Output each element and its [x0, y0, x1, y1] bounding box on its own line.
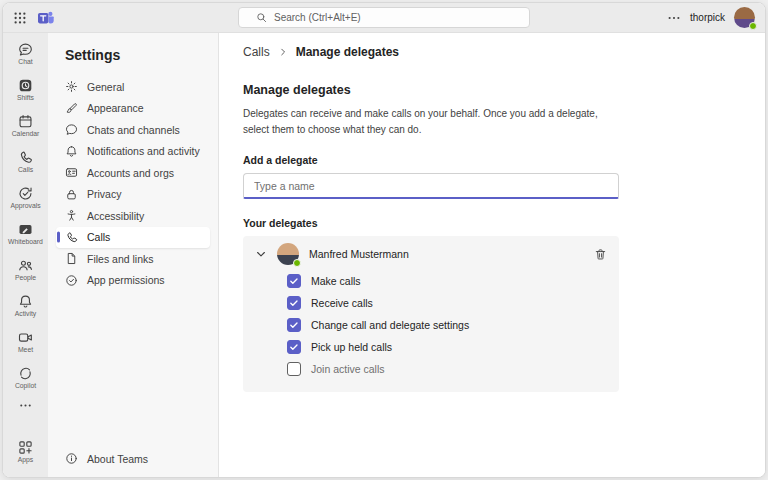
permission-row: Join active calls: [243, 358, 619, 380]
people-icon: [18, 258, 33, 273]
rail-item-calendar[interactable]: Calendar: [3, 108, 48, 144]
teams-window: Search (Ctrl+Alt+E) thorpick Chat Shifts: [2, 2, 766, 478]
phone-icon: [65, 231, 78, 244]
rail-item-approvals[interactable]: Approvals: [3, 180, 48, 216]
chat-icon: [18, 42, 33, 57]
sidebar-item-accounts[interactable]: Accounts and orgs: [56, 162, 210, 183]
topbar-left: [13, 9, 55, 27]
rail-item-apps[interactable]: Apps: [3, 434, 48, 470]
sidebar-item-chats-and-channels[interactable]: Chats and channels: [56, 119, 210, 140]
calls-icon: [18, 150, 33, 165]
delegate-expander[interactable]: Manfred Mustermann: [243, 238, 619, 270]
more-options-button[interactable]: [667, 11, 681, 25]
trash-icon: [594, 248, 607, 261]
shifts-icon: [18, 78, 33, 93]
sidebar-item-accessibility[interactable]: Accessibility: [56, 205, 210, 226]
rail-item-shifts[interactable]: Shifts: [3, 72, 48, 108]
checkbox-join-active-calls[interactable]: [287, 362, 301, 376]
waffle-icon: [13, 11, 27, 25]
paintbrush-icon: [65, 102, 78, 115]
app-permissions-icon: [65, 274, 78, 287]
breadcrumb-current: Manage delegates: [296, 45, 399, 59]
check-icon: [289, 320, 299, 330]
check-icon: [289, 342, 299, 352]
topbar: Search (Ctrl+Alt+E) thorpick: [3, 3, 765, 33]
rail-more-button[interactable]: [3, 396, 48, 414]
sidebar-item-appearance[interactable]: Appearance: [56, 98, 210, 119]
add-delegate-label: Add a delegate: [243, 154, 619, 166]
chevron-down-icon[interactable]: [255, 248, 267, 260]
activity-bell-icon: [18, 294, 33, 309]
rail-item-chat[interactable]: Chat: [3, 36, 48, 72]
approvals-icon: [18, 186, 33, 201]
permission-row: Change call and delegate settings: [243, 314, 619, 336]
page-title: Manage delegates: [243, 83, 619, 97]
more-apps-icon: [18, 398, 33, 413]
username: thorpick: [690, 12, 725, 23]
rail-item-people[interactable]: People: [3, 252, 48, 288]
calendar-icon: [18, 114, 33, 129]
search-input[interactable]: Search (Ctrl+Alt+E): [238, 7, 530, 28]
chevron-right-icon: [278, 47, 288, 57]
meet-camera-icon: [18, 330, 33, 345]
chat-bubble-icon: [65, 123, 78, 136]
search-icon: [256, 12, 267, 23]
delegate-name: Manfred Mustermann: [309, 248, 409, 260]
accessibility-icon: [65, 209, 78, 222]
document-icon: [65, 252, 78, 265]
sidebar-item-calls[interactable]: Calls: [56, 227, 210, 248]
delegate-card: Manfred Mustermann Make calls: [243, 236, 619, 392]
your-delegates-label: Your delegates: [243, 217, 619, 229]
breadcrumb-calls-link[interactable]: Calls: [243, 45, 270, 59]
settings-main-panel: Calls Manage delegates Manage delegates …: [219, 33, 765, 477]
rail-item-whiteboard[interactable]: Whiteboard: [3, 216, 48, 252]
search-placeholder: Search (Ctrl+Alt+E): [274, 12, 361, 23]
delegate-avatar: [277, 243, 299, 265]
check-icon: [289, 298, 299, 308]
id-card-icon: [65, 166, 78, 179]
checkbox-pick-up-held-calls[interactable]: [287, 340, 301, 354]
sidebar-item-general[interactable]: General: [56, 76, 210, 97]
page-description: Delegates can receive and make calls on …: [243, 106, 619, 138]
lock-icon: [65, 188, 78, 201]
waffle-menu-button[interactable]: [13, 11, 27, 25]
checkbox-receive-calls[interactable]: [287, 296, 301, 310]
permission-row: Make calls: [243, 270, 619, 292]
ellipsis-icon: [667, 11, 681, 25]
checkbox-change-call-settings[interactable]: [287, 318, 301, 332]
breadcrumb: Calls Manage delegates: [219, 33, 765, 71]
about-teams-button[interactable]: About Teams: [56, 452, 210, 465]
info-icon: [65, 452, 78, 465]
delegate-presence-indicator: [293, 259, 301, 267]
gear-icon: [65, 80, 78, 93]
delegate-search-input[interactable]: [243, 173, 619, 199]
check-icon: [289, 276, 299, 286]
topbar-right: thorpick: [667, 7, 755, 28]
rail-item-calls[interactable]: Calls: [3, 144, 48, 180]
sidebar-item-files-and-links[interactable]: Files and links: [56, 248, 210, 269]
bell-icon: [65, 145, 78, 158]
teams-logo-icon: [37, 9, 55, 27]
settings-sidebar: Settings General Appearance Chats and ch…: [48, 33, 219, 477]
sidebar-item-notifications[interactable]: Notifications and activity: [56, 141, 210, 162]
copilot-icon: [18, 366, 33, 381]
manage-delegates-content: Manage delegates Delegates can receive a…: [219, 71, 643, 404]
delete-delegate-button[interactable]: [594, 248, 607, 261]
sidebar-item-privacy[interactable]: Privacy: [56, 184, 210, 205]
checkbox-make-calls[interactable]: [287, 274, 301, 288]
permission-row: Receive calls: [243, 292, 619, 314]
permission-row: Pick up held calls: [243, 336, 619, 358]
apps-icon: [18, 440, 33, 455]
rail-item-meet[interactable]: Meet: [3, 324, 48, 360]
whiteboard-icon: [18, 222, 33, 237]
presence-indicator: [749, 22, 757, 30]
user-avatar[interactable]: [734, 7, 755, 28]
rail-item-activity[interactable]: Activity: [3, 288, 48, 324]
app-rail: Chat Shifts Calendar Calls Approvals Whi: [3, 33, 48, 477]
sidebar-item-app-permissions[interactable]: App permissions: [56, 270, 210, 291]
settings-title: Settings: [65, 47, 210, 63]
rail-item-copilot[interactable]: Copilot: [3, 360, 48, 396]
